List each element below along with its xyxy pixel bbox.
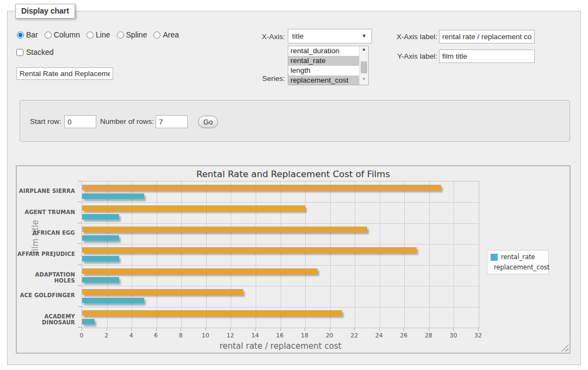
series-option-rental_duration[interactable]: rental_duration bbox=[288, 46, 359, 56]
bar-replacement_cost bbox=[82, 268, 318, 274]
x-axis-tick-label: 4 bbox=[123, 332, 139, 339]
gridline-horizontal bbox=[82, 202, 479, 203]
chart-legend: rental_ratereplacement_cost bbox=[487, 250, 549, 274]
x-axis-tick bbox=[429, 328, 429, 331]
fieldset-legend-title: Display chart bbox=[15, 4, 75, 18]
chart-type-radio-spline[interactable] bbox=[117, 32, 124, 39]
chart-type-option-spline[interactable]: Spline bbox=[117, 30, 147, 39]
x-axis-tick-label: 26 bbox=[395, 332, 412, 339]
x-axis-tick-label: 28 bbox=[420, 332, 437, 339]
number-of-rows-label: Number of rows: bbox=[100, 117, 154, 126]
chart-type-option-line[interactable]: Line bbox=[86, 30, 110, 39]
chart-type-radio-line[interactable] bbox=[86, 32, 94, 39]
y-axis-tick bbox=[78, 202, 82, 202]
x-axis-tick-label: 8 bbox=[172, 332, 189, 339]
x-axis-tick-label: 6 bbox=[148, 332, 164, 339]
chart-x-axis-title: rental rate / replacement cost bbox=[82, 341, 479, 351]
chart-type-label: Area bbox=[163, 30, 179, 39]
x-axis-tick bbox=[379, 328, 380, 331]
y-category-label: AIRPLANE SIERRA bbox=[17, 188, 78, 194]
x-axis-tick bbox=[181, 328, 181, 331]
gridline-vertical bbox=[330, 181, 331, 328]
x-axis-tick bbox=[107, 328, 107, 331]
x-axis-tick bbox=[230, 328, 231, 331]
series-options: rental_durationrental_ratelengthreplacem… bbox=[288, 46, 368, 85]
series-scrollbar[interactable]: ▲ ▼ bbox=[359, 46, 368, 85]
x-axis-tick-label: 0 bbox=[73, 332, 90, 339]
x-axis-tick-label: 22 bbox=[346, 332, 362, 339]
chart-type-option-column[interactable]: Column bbox=[45, 30, 80, 39]
x-axis-select[interactable]: title ▼ bbox=[288, 29, 372, 43]
chart-type-label: Bar bbox=[26, 30, 38, 39]
chart-container: Rental Rate and Replacement Cost of Film… bbox=[16, 165, 571, 354]
gridline-horizontal bbox=[82, 265, 479, 266]
x-axis-tick-label: 12 bbox=[222, 332, 238, 339]
resize-handle-icon[interactable] bbox=[561, 344, 568, 352]
scroll-down-icon[interactable]: ▼ bbox=[360, 77, 368, 84]
x-axis-tick-label: 20 bbox=[321, 332, 338, 339]
stacked-label: Stacked bbox=[26, 48, 54, 57]
bar-replacement_cost bbox=[82, 289, 243, 294]
gridline-vertical bbox=[380, 181, 380, 328]
y-axis-label-input[interactable] bbox=[439, 49, 535, 63]
chart-type-radio-group: BarColumnLineSplineArea bbox=[17, 30, 179, 39]
chart-y-axis-title: film title bbox=[30, 220, 40, 254]
chart-title-input[interactable] bbox=[16, 67, 113, 80]
x-axis-tick bbox=[478, 328, 479, 331]
x-axis-tick bbox=[453, 328, 454, 331]
chart-type-option-area[interactable]: Area bbox=[153, 30, 179, 39]
chart-type-radio-area[interactable] bbox=[153, 32, 160, 39]
y-axis-tick bbox=[78, 265, 82, 265]
y-axis-tick bbox=[78, 327, 82, 328]
gridline-vertical bbox=[181, 181, 182, 328]
bar-rental_rate bbox=[82, 298, 144, 303]
scroll-up-icon[interactable]: ▲ bbox=[360, 47, 368, 54]
chart-type-option-bar[interactable]: Bar bbox=[17, 30, 38, 39]
y-axis-label-field-label: Y-Axis label: bbox=[393, 52, 437, 60]
x-axis-tick-label: 18 bbox=[296, 332, 313, 339]
x-axis-tick bbox=[255, 328, 256, 331]
gridline-vertical bbox=[454, 181, 454, 328]
start-row-label: Start row: bbox=[30, 117, 61, 126]
plot-area bbox=[82, 181, 479, 328]
stacked-checkbox[interactable] bbox=[16, 49, 23, 56]
legend-label: rental_rate bbox=[501, 253, 535, 261]
series-option-replacement_cost[interactable]: replacement_cost bbox=[288, 76, 359, 85]
x-axis-tick-label: 16 bbox=[272, 332, 288, 339]
chart-type-radio-bar[interactable] bbox=[17, 32, 24, 39]
x-axis-tick bbox=[305, 328, 305, 331]
y-axis-tick bbox=[78, 306, 82, 307]
series-listbox[interactable]: rental_durationrental_ratelengthreplacem… bbox=[288, 46, 369, 85]
x-axis-label-input[interactable] bbox=[439, 30, 535, 43]
bar-rental_rate bbox=[82, 193, 144, 199]
x-axis-tick bbox=[404, 328, 404, 331]
gridline-vertical bbox=[132, 181, 132, 328]
bar-rental_rate bbox=[82, 214, 119, 220]
bar-rental_rate bbox=[82, 277, 119, 283]
gridline-horizontal bbox=[82, 244, 479, 244]
x-axis-tick bbox=[156, 328, 157, 331]
y-category-label: ACE GOLDFINGER bbox=[17, 292, 78, 298]
y-category-label: AFRICAN EGG bbox=[17, 230, 78, 236]
chevron-down-icon: ▼ bbox=[362, 29, 367, 43]
go-button[interactable]: Go bbox=[198, 116, 218, 128]
gridline-vertical bbox=[256, 181, 256, 328]
x-axis-tick bbox=[82, 328, 82, 331]
series-list-label: Series: bbox=[245, 74, 285, 83]
x-axis-tick bbox=[280, 328, 281, 331]
legend-entry-replacement_cost: replacement_cost bbox=[491, 264, 545, 271]
legend-entry-rental_rate: rental_rate bbox=[491, 253, 545, 261]
scrollbar-thumb[interactable] bbox=[361, 61, 367, 73]
series-option-rental_rate[interactable]: rental_rate bbox=[288, 56, 359, 66]
chart-type-radio-column[interactable] bbox=[45, 32, 52, 39]
stacked-checkbox-row[interactable]: Stacked bbox=[16, 48, 54, 57]
y-category-label: AGENT TRUMAN bbox=[17, 209, 78, 215]
y-category-label: ADAPTATION HOLES bbox=[17, 272, 78, 284]
y-category-label: AFFAIR PREJUDICE bbox=[17, 251, 78, 257]
gridline-horizontal bbox=[82, 286, 479, 286]
series-option-length[interactable]: length bbox=[288, 66, 359, 76]
gridline-vertical bbox=[107, 181, 108, 328]
number-of-rows-input[interactable] bbox=[156, 115, 188, 128]
gridline-vertical bbox=[206, 181, 207, 328]
start-row-input[interactable] bbox=[64, 115, 96, 128]
